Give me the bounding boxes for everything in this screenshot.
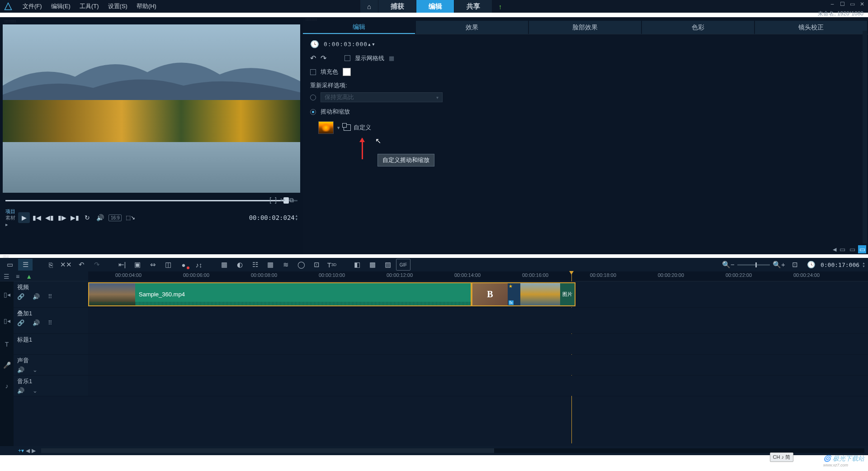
- minimize-button[interactable]: –: [828, 0, 836, 8]
- tab-color[interactable]: 色彩: [642, 21, 754, 34]
- nav-home[interactable]: ⌂: [360, 0, 378, 13]
- mute-icon[interactable]: 🔊: [17, 387, 24, 394]
- nav-capture[interactable]: 捕获: [378, 0, 416, 13]
- redo-button[interactable]: ↷: [90, 259, 104, 271]
- undo-button[interactable]: ↶: [74, 259, 89, 271]
- menu-settings[interactable]: 设置(S): [104, 2, 132, 10]
- menu-help[interactable]: 帮助(H): [132, 2, 161, 10]
- video-track-icon[interactable]: ▯◂: [0, 281, 14, 308]
- show-grid-checkbox[interactable]: [344, 55, 350, 61]
- trim-prev-button[interactable]: ⇤|: [115, 259, 129, 271]
- grid-button[interactable]: ▦: [263, 259, 278, 271]
- go-end-button[interactable]: ▶▮: [69, 212, 80, 223]
- close-button[interactable]: ✕: [858, 0, 866, 8]
- rotate-button[interactable]: ↷: [321, 54, 326, 62]
- nav-upload[interactable]: ↑: [492, 0, 508, 13]
- track-head-menu-1[interactable]: ☰: [4, 273, 9, 280]
- view-mode-2[interactable]: ▭: [848, 245, 856, 253]
- video-clip-1[interactable]: Sample_360.mp4: [88, 282, 472, 306]
- screenshot-button[interactable]: ▨: [381, 259, 395, 271]
- play-button[interactable]: ▶: [18, 212, 30, 223]
- preview-timecode[interactable]: 00:00:02:024▲▼: [249, 214, 297, 221]
- timeline-view-button[interactable]: ☰: [18, 259, 33, 271]
- paint-button[interactable]: ◧: [350, 259, 364, 271]
- grid-settings-icon[interactable]: ▦: [389, 55, 394, 62]
- resize-button[interactable]: ⬚↘: [124, 212, 136, 223]
- slip-button[interactable]: ⇔: [146, 259, 160, 271]
- mask-button[interactable]: ◐: [232, 259, 247, 271]
- motion-button[interactable]: ◯: [294, 259, 308, 271]
- reverse-button[interactable]: ↶: [310, 54, 316, 62]
- fill-color-swatch[interactable]: [343, 68, 351, 76]
- scroll-right-button[interactable]: ▶: [32, 447, 36, 454]
- mute-icon[interactable]: 🔊: [33, 319, 40, 326]
- nav-edit[interactable]: 编辑: [416, 0, 454, 13]
- zoom-in-button[interactable]: 🔍+: [772, 259, 786, 271]
- preview-viewport[interactable]: [3, 24, 300, 193]
- video-clip-2[interactable]: B 图片: [472, 282, 576, 306]
- storyboard-view-button[interactable]: ▭: [3, 259, 17, 271]
- step-fwd-button[interactable]: ▮▶: [56, 212, 68, 223]
- menu-file[interactable]: 文件(F): [18, 2, 47, 10]
- go-start-button[interactable]: ▮◀: [31, 212, 42, 223]
- timeline-grip[interactable]: ::::::: [0, 254, 868, 258]
- nav-share[interactable]: 共享: [454, 0, 492, 13]
- tab-lens-correction[interactable]: 镜头校正: [755, 21, 867, 34]
- mark-out-button[interactable]: ]: [275, 196, 277, 204]
- preview-mode-toggle[interactable]: 项目 素材 ▸: [5, 208, 15, 228]
- track-head-add[interactable]: ▲: [26, 273, 32, 280]
- zoom-out-button[interactable]: 🔍−: [721, 259, 736, 271]
- tab-face-effects[interactable]: 脸部效果: [529, 21, 641, 34]
- fit-timeline-button[interactable]: ⊡: [788, 259, 802, 271]
- preview-scrubber[interactable]: [ ] ✂ ⧉: [5, 196, 297, 205]
- zoom-slider[interactable]: [737, 264, 770, 266]
- 3d-title-button[interactable]: T3D: [325, 259, 339, 271]
- panzoom-radio[interactable]: [310, 109, 316, 115]
- view-mode-1[interactable]: ▭: [838, 245, 846, 253]
- track-head-menu-2[interactable]: ≡: [16, 273, 19, 280]
- music-track-icon[interactable]: ♪: [0, 376, 14, 396]
- speed-button[interactable]: ≋: [278, 259, 293, 271]
- record-button[interactable]: ●: [176, 259, 191, 271]
- project-duration[interactable]: 0:00:17:006: [821, 262, 859, 268]
- crop-button[interactable]: ▣: [130, 259, 145, 271]
- title-track-icon[interactable]: T: [0, 334, 14, 355]
- mute-icon[interactable]: 🔊: [17, 366, 24, 373]
- auto-tools-button[interactable]: ✕✕: [59, 259, 73, 271]
- duration-field[interactable]: 0:00:03:000▴▾: [324, 41, 376, 48]
- split-screen-button[interactable]: ☷: [248, 259, 262, 271]
- maximize-button[interactable]: ▭: [848, 0, 856, 8]
- mixer-button[interactable]: ♪↕: [192, 259, 206, 271]
- gif-button[interactable]: GIF: [396, 259, 410, 271]
- view-mode-3[interactable]: ▭: [858, 245, 866, 253]
- menu-edit[interactable]: 编辑(E): [47, 2, 75, 10]
- link-icon[interactable]: 🔗: [17, 319, 24, 326]
- more-icon[interactable]: ⠿: [48, 319, 52, 326]
- loop-button[interactable]: ↻: [81, 212, 93, 223]
- panel-grip[interactable]: ::::::::: [303, 17, 868, 21]
- fill-color-checkbox[interactable]: [310, 69, 316, 75]
- timeline-ruler[interactable]: ☰ ≡ ▲ 00:00:04:0000:00:06:0000:00:08:000…: [0, 271, 868, 281]
- scroll-left-icon[interactable]: ◀: [833, 247, 836, 252]
- more-icon[interactable]: ⠿: [48, 293, 52, 300]
- copy-attrs-button[interactable]: ⎘: [43, 259, 58, 271]
- tab-effects[interactable]: 效果: [416, 21, 528, 34]
- panzoom-custom-button[interactable]: 自定义: [344, 124, 371, 132]
- panzoom-preset-dropdown[interactable]: ▾: [337, 125, 340, 131]
- track-motion-button[interactable]: ⊡: [309, 259, 324, 271]
- volume-button[interactable]: 🔊: [94, 212, 106, 223]
- split-button[interactable]: ✂: [280, 196, 286, 204]
- add-marker-button[interactable]: +▾: [18, 447, 24, 454]
- panel-scrollbar[interactable]: [863, 31, 867, 243]
- step-back-button[interactable]: ◀▮: [43, 212, 55, 223]
- multicam-button[interactable]: ▦: [217, 259, 231, 271]
- slide-button[interactable]: ◫: [161, 259, 175, 271]
- panel-grip[interactable]: ::::::::: [2, 19, 301, 23]
- overlay-track-icon[interactable]: ▯◂: [0, 308, 14, 334]
- resample-radio[interactable]: [310, 95, 316, 100]
- voice-track-icon[interactable]: 🎤: [0, 355, 14, 376]
- expand-icon[interactable]: ⌄: [33, 387, 38, 394]
- ime-indicator[interactable]: CH ♪ 简: [770, 452, 794, 462]
- panzoom-preset-thumb[interactable]: [318, 121, 334, 134]
- restore-button[interactable]: ☐: [838, 0, 846, 8]
